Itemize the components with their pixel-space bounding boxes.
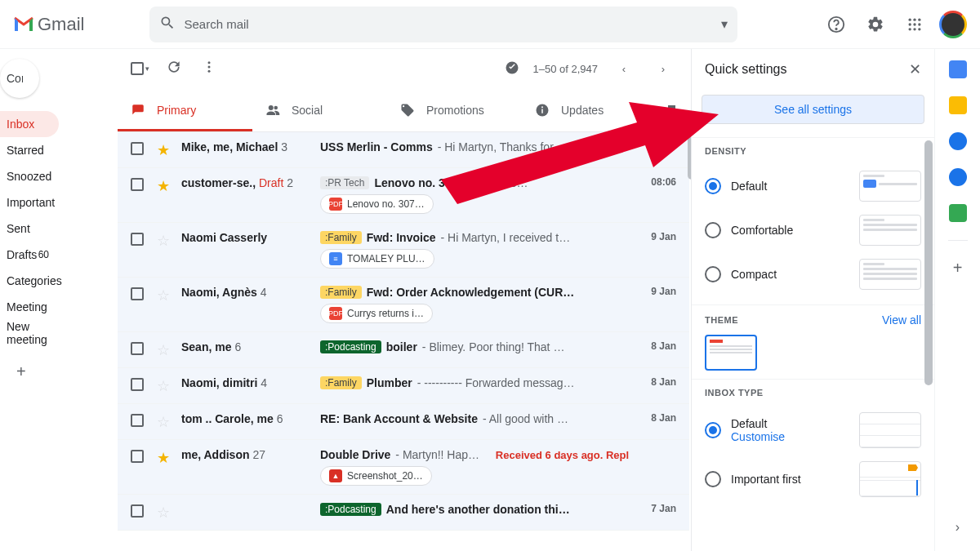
- svg-point-10: [918, 28, 920, 30]
- sidebar-item-meeting[interactable]: Meeting: [0, 294, 59, 320]
- sidebar-item-categories[interactable]: Categories: [0, 268, 59, 294]
- theme-thumbnail[interactable]: [705, 335, 757, 371]
- star-icon[interactable]: ★: [157, 177, 172, 195]
- attachment-chip[interactable]: PDFLenovo no. 307…: [320, 194, 434, 214]
- addon-icon[interactable]: [949, 204, 967, 222]
- avatar[interactable]: [939, 11, 967, 38]
- more-icon[interactable]: [202, 60, 216, 78]
- star-icon[interactable]: ☆: [157, 504, 172, 522]
- compose-button[interactable]: Compose: [0, 59, 39, 98]
- sidebar-item-new-meeting[interactable]: New meeting: [0, 320, 59, 346]
- tab-social[interactable]: Social: [252, 88, 387, 131]
- email-row[interactable]: ☆ :Podcasting And here's another donatio…: [118, 495, 689, 531]
- next-page-button[interactable]: ›: [650, 56, 676, 82]
- density-comfortable[interactable]: Comfortable: [705, 208, 921, 252]
- row-checkbox[interactable]: [131, 342, 144, 355]
- image-icon: ▲: [329, 469, 342, 482]
- tab-updates[interactable]: Updates: [522, 88, 657, 131]
- svg-point-1: [835, 28, 836, 29]
- star-icon[interactable]: ☆: [157, 287, 172, 304]
- inbox-type-default[interactable]: Default Customise: [705, 406, 921, 455]
- row-checkbox[interactable]: [131, 450, 144, 463]
- row-checkbox[interactable]: [131, 504, 144, 518]
- tab-primary[interactable]: Primary: [118, 88, 252, 131]
- calendar-icon[interactable]: [949, 60, 967, 78]
- scheduled-icon[interactable]: [505, 60, 519, 78]
- row-checkbox[interactable]: [131, 287, 144, 300]
- sidebar-item-inbox[interactable]: Inbox: [0, 111, 59, 137]
- info-icon: [535, 103, 550, 118]
- collapse-rail-button[interactable]: ›: [956, 520, 960, 535]
- star-icon[interactable]: ☆: [157, 377, 172, 395]
- email-row[interactable]: ★ customer-se., Draft 2 :PR Tech Lenovo …: [118, 168, 689, 223]
- sidebar-item-drafts[interactable]: Drafts60: [0, 242, 59, 268]
- category-tabs: Primary Social Promotions Updates: [118, 88, 689, 132]
- svg-rect-18: [541, 109, 543, 113]
- svg-point-13: [208, 70, 211, 73]
- email-row[interactable]: ★ Mike, me, Michael 3 USS Merlin - Comms…: [118, 132, 689, 168]
- density-preview-comfortable: [859, 215, 921, 246]
- sidebar-item-snoozed[interactable]: Snoozed: [0, 163, 59, 189]
- density-preview-compact: [859, 259, 921, 290]
- svg-point-4: [918, 18, 920, 20]
- apps-grid-icon[interactable]: [900, 10, 929, 39]
- email-row[interactable]: ☆ Naomi, Agnès 4 :Family Fwd: Order Ackn…: [118, 278, 689, 332]
- tab-forums[interactable]: [657, 88, 689, 131]
- close-icon[interactable]: ✕: [909, 60, 921, 78]
- search-options-caret[interactable]: ▾: [721, 16, 728, 32]
- density-compact[interactable]: Compact: [705, 252, 921, 296]
- email-row[interactable]: ★ me, Addison 27 Double Drive - Martyn!!…: [118, 440, 689, 495]
- search-bar[interactable]: Search mail ▾: [149, 7, 737, 42]
- sidebar-add-button[interactable]: +: [0, 362, 59, 381]
- people-icon: [265, 103, 280, 118]
- get-addons-button[interactable]: +: [953, 259, 963, 278]
- radio-icon: [705, 178, 721, 194]
- sidebar-item-important[interactable]: Important: [0, 189, 59, 216]
- attachment-chip[interactable]: ≡TOMALEY PLU…: [320, 249, 434, 269]
- radio-icon: [705, 266, 721, 282]
- help-icon[interactable]: [822, 10, 851, 39]
- keep-icon[interactable]: [949, 96, 967, 114]
- star-icon[interactable]: ☆: [157, 413, 172, 431]
- density-default[interactable]: Default: [705, 164, 921, 208]
- email-row[interactable]: ☆ Naomi, dimitri 4 :Family Plumber - ---…: [118, 368, 689, 404]
- gmail-logo[interactable]: Gmail: [13, 14, 84, 35]
- row-checkbox[interactable]: [131, 414, 144, 427]
- email-row[interactable]: ☆ tom .. Carole, me 6 RE: Bank Account &…: [118, 404, 689, 440]
- quick-settings-panel: Quick settings ✕ See all settings Densit…: [691, 49, 934, 551]
- selectall-checkbox[interactable]: ▾: [131, 62, 149, 75]
- see-all-settings-button[interactable]: See all settings: [702, 95, 924, 124]
- gmail-icon: [13, 16, 34, 33]
- sender: Naomi Casserly: [181, 231, 320, 244]
- search-placeholder: Search mail: [184, 17, 721, 31]
- quick-settings-title: Quick settings: [705, 62, 786, 77]
- email-row[interactable]: ☆ Sean, me 6 :Podcasting boiler - Blimey…: [118, 332, 689, 368]
- star-icon[interactable]: ★: [157, 141, 172, 159]
- row-checkbox[interactable]: [131, 178, 144, 191]
- inbox-type-important-first[interactable]: Important first: [705, 455, 921, 504]
- row-checkbox[interactable]: [131, 378, 144, 391]
- scrollbar[interactable]: [924, 140, 933, 385]
- tasks-icon[interactable]: [949, 132, 967, 150]
- customise-link[interactable]: Customise: [731, 430, 849, 443]
- prev-page-button[interactable]: ‹: [611, 56, 637, 82]
- row-checkbox[interactable]: [131, 142, 144, 155]
- star-icon[interactable]: ★: [157, 449, 172, 467]
- view-all-themes[interactable]: View all: [882, 313, 921, 327]
- email-row[interactable]: ☆ Naomi Casserly :Family Fwd: Invoice - …: [118, 223, 689, 278]
- density-preview-default: [859, 171, 921, 202]
- sidebar-item-sent[interactable]: Sent: [0, 216, 59, 242]
- attachment-chip[interactable]: PDFCurrys returns i…: [320, 304, 433, 323]
- star-icon[interactable]: ☆: [157, 232, 172, 250]
- radio-icon: [705, 222, 721, 238]
- tab-promotions[interactable]: Promotions: [387, 88, 522, 131]
- row-checkbox[interactable]: [131, 233, 144, 246]
- pagination-text: 1–50 of 2,947: [532, 63, 598, 75]
- contacts-icon[interactable]: [949, 168, 967, 186]
- gear-icon[interactable]: [861, 10, 890, 39]
- star-icon[interactable]: ☆: [157, 341, 172, 359]
- svg-point-15: [269, 105, 274, 110]
- refresh-icon[interactable]: [166, 59, 182, 78]
- sidebar-item-starred[interactable]: Starred: [0, 137, 59, 163]
- attachment-chip[interactable]: ▲Screenshot_20…: [320, 466, 432, 486]
